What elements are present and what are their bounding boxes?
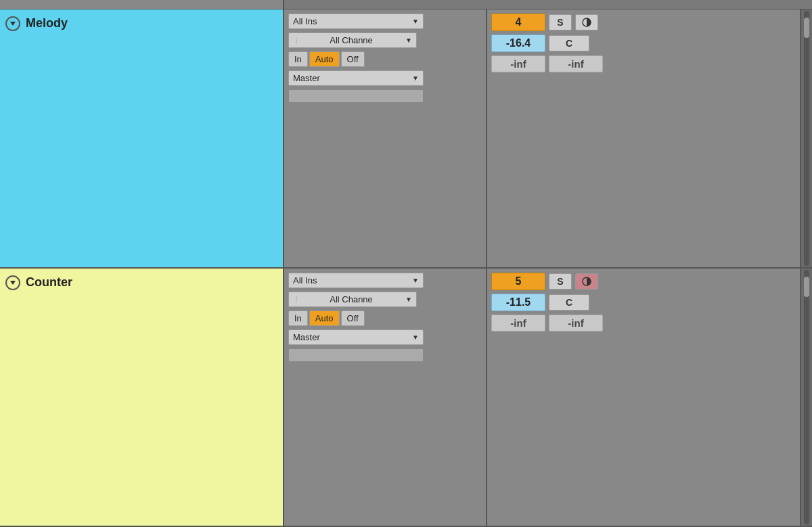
btn-auto-counter[interactable]: Auto xyxy=(309,311,340,326)
ctrl-row-monitor-counter: In Auto Off xyxy=(288,311,482,326)
monitor-btn-group-melody: In Auto Off xyxy=(288,51,365,67)
ctrl-row-routing-counter: Master ▼ xyxy=(288,329,482,345)
track-label-panel-melody: Melody xyxy=(0,9,284,267)
volume-value-melody[interactable]: 4 xyxy=(491,14,545,31)
inf2-melody: -inf xyxy=(549,55,603,72)
track-name-melody: Melody xyxy=(26,16,68,30)
routing-dropdown-arrow-melody: ▼ xyxy=(412,74,419,82)
btn-s-melody[interactable]: S xyxy=(549,14,572,30)
scrollbar-thumb-melody xyxy=(804,18,809,38)
btn-s-counter[interactable]: S xyxy=(549,273,572,290)
btn-in-counter[interactable]: In xyxy=(288,311,308,326)
input-bar-melody[interactable] xyxy=(288,89,424,103)
input-dropdown-arrow-counter: ▼ xyxy=(412,277,419,284)
drag-handle-melody: ⋮ xyxy=(293,37,300,44)
meter-row-pan-counter: -11.5 C xyxy=(491,294,796,311)
input-dropdown-melody[interactable]: All Ins ▼ xyxy=(288,14,424,29)
input-dropdown-arrow-melody: ▼ xyxy=(412,18,419,25)
ctrl-row-channel-counter: ⋮ All Channe ▼ xyxy=(288,292,482,307)
ctrl-row-monitor-melody: In Auto Off xyxy=(288,51,482,67)
pan-value-melody[interactable]: -16.4 xyxy=(491,35,545,52)
volume-value-counter[interactable]: 5 xyxy=(491,273,545,290)
btn-monitor-counter[interactable] xyxy=(575,273,598,290)
meter-row-pan-melody: -16.4 C xyxy=(491,35,796,52)
scrollbar-track-counter xyxy=(804,270,809,525)
btn-off-counter[interactable]: Off xyxy=(341,311,365,326)
scrollbar-thumb-counter xyxy=(804,277,809,297)
channel-dropdown-melody[interactable]: ⋮ All Channe ▼ xyxy=(288,32,417,48)
track-controls-counter: All Ins ▼ ⋮ All Channe ▼ In xyxy=(284,269,487,526)
btn-c-counter[interactable]: C xyxy=(549,294,589,311)
monitor-btn-group-counter: In Auto Off xyxy=(288,311,365,326)
main-container: Melody All Ins ▼ ⋮ All Channe ▼ xyxy=(0,0,812,527)
scrollbar-melody[interactable] xyxy=(801,9,812,267)
ctrl-row-bar-melody xyxy=(288,89,482,103)
ctrl-row-routing-melody: Master ▼ xyxy=(288,70,482,86)
track-row-counter: Counter All Ins ▼ ⋮ All Channe ▼ xyxy=(0,269,812,528)
tracks-area: Melody All Ins ▼ ⋮ All Channe ▼ xyxy=(0,9,812,527)
inf1-melody: -inf xyxy=(491,55,545,72)
track-name-counter: Counter xyxy=(26,275,72,290)
track-meters-counter: 5 S -11.5 C -inf xyxy=(487,269,801,526)
btn-off-melody[interactable]: Off xyxy=(341,51,365,67)
ctrl-row-channel-melody: ⋮ All Channe ▼ xyxy=(288,32,482,48)
meter-row-volume-melody: 4 S xyxy=(491,14,796,31)
btn-monitor-melody[interactable] xyxy=(575,14,598,30)
meter-row-inf-melody: -inf -inf xyxy=(491,55,796,72)
btn-in-melody[interactable]: In xyxy=(288,51,308,67)
inf2-counter: -inf xyxy=(549,315,603,331)
routing-dropdown-counter[interactable]: Master ▼ xyxy=(288,329,424,345)
scrollbar-track-melody xyxy=(804,11,809,266)
track-meters-melody: 4 S -16.4 C -inf xyxy=(487,9,801,267)
top-strip-left xyxy=(0,0,284,9)
track-label-panel-counter: Counter xyxy=(0,269,284,526)
meter-row-volume-counter: 5 S xyxy=(491,273,796,290)
input-bar-counter[interactable] xyxy=(288,348,424,362)
top-strip-right xyxy=(284,0,812,9)
channel-dropdown-arrow-counter: ▼ xyxy=(405,296,412,303)
pan-value-counter[interactable]: -11.5 xyxy=(491,294,545,311)
track-controls-melody: All Ins ▼ ⋮ All Channe ▼ In xyxy=(284,9,487,267)
drag-handle-counter: ⋮ xyxy=(293,296,300,303)
svg-marker-2 xyxy=(10,281,16,285)
meter-row-inf-counter: -inf -inf xyxy=(491,315,796,331)
ctrl-row-input-counter: All Ins ▼ xyxy=(288,273,482,288)
input-dropdown-counter[interactable]: All Ins ▼ xyxy=(288,273,424,288)
track-collapse-icon-melody[interactable] xyxy=(5,16,20,31)
track-collapse-icon-counter[interactable] xyxy=(5,275,20,290)
top-strip xyxy=(0,0,812,9)
inf1-counter: -inf xyxy=(491,315,545,331)
btn-c-melody[interactable]: C xyxy=(549,35,589,51)
routing-dropdown-arrow-counter: ▼ xyxy=(412,334,419,341)
scrollbar-counter[interactable] xyxy=(801,269,812,526)
btn-auto-melody[interactable]: Auto xyxy=(309,51,340,67)
ctrl-row-input-melody: All Ins ▼ xyxy=(288,14,482,29)
channel-dropdown-counter[interactable]: ⋮ All Channe ▼ xyxy=(288,292,417,307)
svg-marker-0 xyxy=(10,22,16,26)
track-row-melody: Melody All Ins ▼ ⋮ All Channe ▼ xyxy=(0,9,812,269)
ctrl-row-bar-counter xyxy=(288,348,482,362)
routing-dropdown-melody[interactable]: Master ▼ xyxy=(288,70,424,86)
channel-dropdown-arrow-melody: ▼ xyxy=(405,37,412,44)
